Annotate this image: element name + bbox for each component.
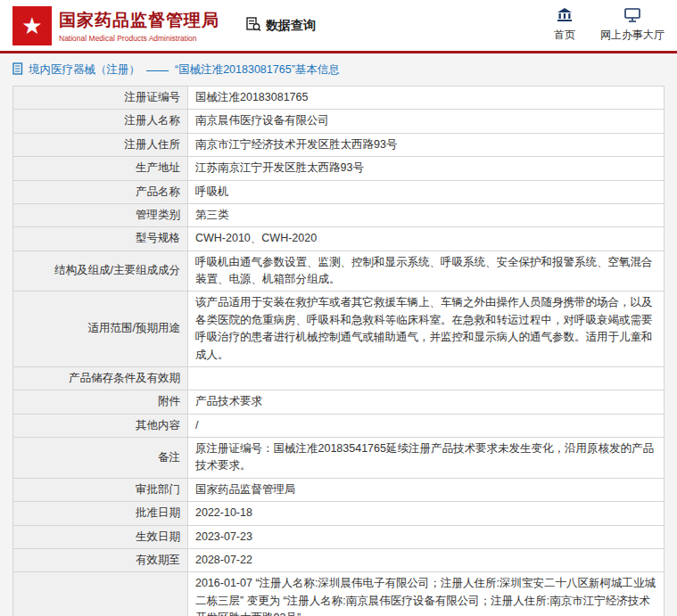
breadcrumb-section-link[interactable]: 境内医疗器械（注册） bbox=[29, 62, 140, 78]
row-label: 注册人名称 bbox=[13, 110, 188, 133]
table-row: 有效期至 2028-07-22 bbox=[13, 548, 665, 571]
data-query-label: 数据查询 bbox=[266, 18, 316, 34]
row-value: 2016-01-07 “注册人名称:深圳晨伟电子有限公司；注册人住所:深圳宝安二… bbox=[188, 572, 665, 616]
brand-text: 国家药品监督管理局 National Medical Products Admi… bbox=[59, 9, 219, 43]
table-row: 生效日期 2023-07-23 bbox=[13, 525, 665, 548]
row-label: 变更情况 bbox=[13, 572, 188, 616]
row-label: 生效日期 bbox=[13, 525, 188, 548]
row-label: 生产地址 bbox=[13, 157, 188, 180]
online-hall-icon bbox=[624, 8, 640, 25]
breadcrumb-separator: —— bbox=[146, 64, 169, 77]
row-label: 其他内容 bbox=[13, 414, 188, 437]
row-value: 第三类 bbox=[188, 203, 665, 226]
table-row: 管理类别 第三类 bbox=[13, 203, 665, 226]
document-icon bbox=[12, 62, 24, 78]
table-row: 审批部门 国家药品监督管理局 bbox=[13, 478, 665, 501]
header-red-divider bbox=[0, 51, 677, 53]
breadcrumb: 境内医疗器械（注册） —— “国械注准20183081765”基本信息 bbox=[12, 62, 665, 78]
row-label: 有效期至 bbox=[13, 548, 188, 571]
nav-home-label: 首页 bbox=[554, 28, 575, 43]
table-row: 注册证编号 国械注准20183081765 bbox=[13, 86, 665, 110]
row-value: 原注册证编号：国械注准20183541765延续注册产品技术要求未发生变化，沿用… bbox=[188, 438, 665, 479]
row-value: 该产品适用于安装在救护车或者其它救援车辆上、车辆之外由操作人员随身携带的场合，以… bbox=[188, 292, 665, 367]
data-query-magnifier-icon bbox=[246, 17, 261, 35]
agency-name-cn: 国家药品监督管理局 bbox=[59, 9, 219, 32]
row-label: 产品名称 bbox=[13, 180, 188, 203]
table-row: 型号规格 CWH-2010、CWH-2020 bbox=[13, 227, 665, 251]
table-row: 生产地址 江苏南京江宁开发区胜太西路93号 bbox=[13, 157, 665, 180]
nav-online-hall[interactable]: 网上办事大厅 bbox=[600, 8, 665, 43]
row-label: 备注 bbox=[13, 438, 188, 479]
row-value: / bbox=[188, 414, 665, 437]
row-label: 适用范围/预期用途 bbox=[13, 292, 188, 367]
row-value: 产品技术要求 bbox=[188, 390, 665, 414]
home-icon bbox=[557, 8, 573, 25]
row-value: CWH-2010、CWH-2020 bbox=[188, 227, 665, 251]
table-row: 附件 产品技术要求 bbox=[13, 390, 665, 414]
row-value bbox=[188, 366, 665, 390]
site-header: ★ 国家药品监督管理局 National Medical Products Ad… bbox=[0, 0, 677, 51]
table-row: 适用范围/预期用途 该产品适用于安装在救护车或者其它救援车辆上、车辆之外由操作人… bbox=[13, 292, 665, 367]
row-label: 审批部门 bbox=[13, 478, 188, 501]
row-value: 国械注准20183081765 bbox=[188, 86, 665, 110]
table-row: 产品储存条件及有效期 bbox=[13, 366, 665, 390]
breadcrumb-page-title: “国械注准20183081765”基本信息 bbox=[175, 62, 340, 78]
nav-online-hall-label: 网上办事大厅 bbox=[600, 28, 665, 43]
row-value: 2023-07-23 bbox=[188, 525, 665, 548]
nav-data-query[interactable]: 数据查询 bbox=[246, 17, 316, 35]
table-row: 产品名称 呼吸机 bbox=[13, 180, 665, 203]
row-label: 注册人住所 bbox=[13, 133, 188, 156]
table-row: 结构及组成/主要组成成分 呼吸机由通气参数设置、监测、控制和显示系统、呼吸系统、… bbox=[13, 251, 665, 292]
brand: ★ 国家药品监督管理局 National Medical Products Ad… bbox=[12, 6, 219, 45]
table-row: 注册人住所 南京市江宁经济技术开发区胜太西路93号 bbox=[13, 133, 665, 156]
table-row: 备注 原注册证编号：国械注准20183541765延续注册产品技术要求未发生变化… bbox=[13, 438, 665, 479]
registration-info-table: 注册证编号 国械注准20183081765 注册人名称 南京晨伟医疗设备有限公司… bbox=[12, 86, 665, 616]
row-value: 江苏南京江宁开发区胜太西路93号 bbox=[188, 157, 665, 180]
row-label: 注册证编号 bbox=[13, 86, 188, 110]
agency-name-en: National Medical Products Administration bbox=[59, 34, 219, 43]
table-row: 注册人名称 南京晨伟医疗设备有限公司 bbox=[13, 110, 665, 133]
top-links: 首页 网上办事大厅 bbox=[554, 8, 665, 43]
row-value: 呼吸机由通气参数设置、监测、控制和显示系统、呼吸系统、安全保护和报警系统、空氧混… bbox=[188, 251, 665, 292]
row-value: 国家药品监督管理局 bbox=[188, 478, 665, 501]
nmpa-logo-icon: ★ bbox=[12, 6, 52, 45]
row-label: 型号规格 bbox=[13, 227, 188, 251]
table-row-change-history: 变更情况 2016-01-07 “注册人名称:深圳晨伟电子有限公司；注册人住所:… bbox=[13, 572, 665, 616]
row-label: 管理类别 bbox=[13, 203, 188, 226]
main-content: 境内医疗器械（注册） —— “国械注准20183081765”基本信息 注册证编… bbox=[0, 62, 677, 616]
row-value: 南京晨伟医疗设备有限公司 bbox=[188, 110, 665, 133]
row-label: 产品储存条件及有效期 bbox=[13, 366, 188, 390]
table-row: 批准日期 2022-10-18 bbox=[13, 502, 665, 525]
row-value: 2022-10-18 bbox=[188, 502, 665, 525]
row-label: 附件 bbox=[13, 390, 188, 414]
nav-home[interactable]: 首页 bbox=[554, 8, 575, 43]
row-label: 结构及组成/主要组成成分 bbox=[13, 251, 188, 292]
row-value: 南京市江宁经济技术开发区胜太西路93号 bbox=[188, 133, 665, 156]
row-value: 2028-07-22 bbox=[188, 548, 665, 571]
row-label: 批准日期 bbox=[13, 502, 188, 525]
row-value: 呼吸机 bbox=[188, 180, 665, 203]
table-row: 其他内容 / bbox=[13, 414, 665, 437]
